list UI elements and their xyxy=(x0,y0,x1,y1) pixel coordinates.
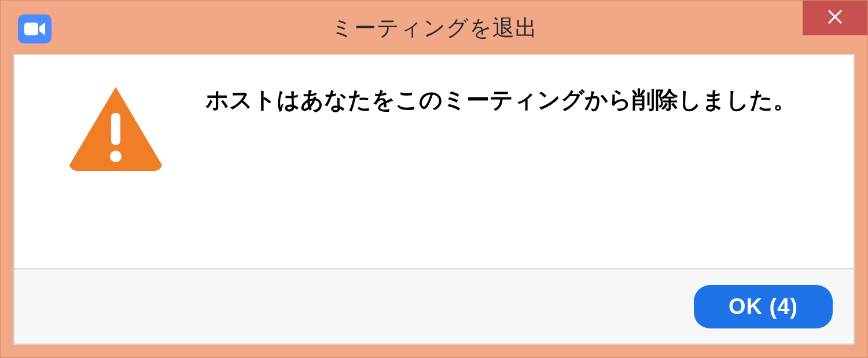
svg-rect-0 xyxy=(24,23,38,35)
video-camera-icon xyxy=(18,14,52,43)
titlebar: ミーティングを退出 xyxy=(1,1,867,54)
close-icon xyxy=(827,9,843,27)
close-button[interactable] xyxy=(803,1,867,35)
svg-point-4 xyxy=(110,151,122,162)
dialog-window: ミーティングを退出 ホストはあなたをこのミーティングから削除しました。 xyxy=(0,0,868,358)
button-bar: OK (4) xyxy=(14,268,854,344)
warning-triangle-icon xyxy=(67,84,165,171)
svg-rect-3 xyxy=(111,113,120,145)
message-text: ホストはあなたをこのミーティングから削除しました。 xyxy=(205,84,796,116)
dialog-title: ミーティングを退出 xyxy=(331,13,538,43)
ok-button[interactable]: OK (4) xyxy=(694,285,833,328)
content-panel: ホストはあなたをこのミーティングから削除しました。 OK (4) xyxy=(13,54,855,345)
message-area: ホストはあなたをこのミーティングから削除しました。 xyxy=(14,55,854,268)
